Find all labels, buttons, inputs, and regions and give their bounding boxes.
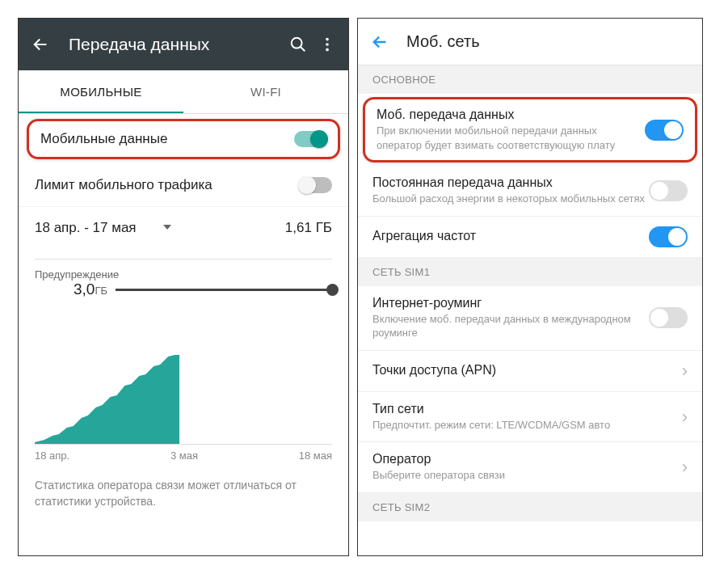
network-type-row[interactable]: Тип сети Предпочтит. режим сети: LTE/WCD… <box>358 392 702 443</box>
x-label-end: 18 мая <box>299 449 332 462</box>
roaming-toggle[interactable] <box>649 307 688 328</box>
warning-line[interactable]: Предупреждение 3,0ГБ <box>35 281 332 298</box>
chevron-right-icon: › <box>674 457 688 478</box>
chevron-right-icon: › <box>674 361 688 382</box>
aggregation-title: Агрегация частот <box>372 229 649 243</box>
roaming-row[interactable]: Интернет-роуминг Включение моб. передачи… <box>358 286 702 351</box>
page-title: Передача данных <box>69 35 287 54</box>
apn-row[interactable]: Точки доступа (APN) › <box>358 351 702 392</box>
search-icon[interactable] <box>287 33 309 56</box>
mobile-data-title: Моб. передача данных <box>377 108 645 122</box>
always-on-title: Постоянная передача данных <box>372 175 649 190</box>
operator-row[interactable]: Оператор Выберите оператора связи › <box>358 442 702 493</box>
apn-title: Точки доступа (APN) <box>372 363 674 378</box>
left-phone: Передача данных МОБИЛЬНЫЕ WI-FI Мобильны… <box>18 18 349 556</box>
mobile-data-toggle[interactable] <box>645 120 684 141</box>
always-on-subtitle: Большой расход энергии в некоторых мобил… <box>372 192 649 206</box>
network-type-subtitle: Предпочтит. режим сети: LTE/WCDMA/GSM ав… <box>372 418 674 433</box>
mobile-data-toggle[interactable] <box>294 131 326 147</box>
chart-x-labels: 18 апр. 3 мая 18 мая <box>35 445 332 462</box>
operator-title: Оператор <box>372 452 674 466</box>
chart-box: Предупреждение 3,0ГБ <box>35 259 332 445</box>
always-on-row[interactable]: Постоянная передача данных Большой расхо… <box>358 166 702 217</box>
mobile-data-subtitle: При включении мобильной передачи данных … <box>377 124 645 152</box>
tabs: МОБИЛЬНЫЕ WI-FI <box>19 70 348 114</box>
usage-value: 1,61 ГБ <box>285 220 332 236</box>
svg-point-3 <box>326 49 329 52</box>
page-title: Моб. сеть <box>406 32 480 51</box>
svg-point-2 <box>326 43 329 46</box>
network-type-title: Тип сети <box>372 402 674 416</box>
aggregation-row[interactable]: Агрегация частот <box>358 217 702 258</box>
warning-label: Предупреждение <box>35 268 119 281</box>
back-button[interactable] <box>28 32 54 57</box>
mobile-data-row[interactable]: Моб. передача данных При включении мобил… <box>363 97 697 162</box>
more-icon[interactable] <box>316 33 339 56</box>
traffic-limit-label: Лимит мобильного трафика <box>35 177 213 193</box>
mobile-data-label: Мобильные данные <box>40 131 167 147</box>
chart-area: Предупреждение 3,0ГБ 18 апр. 3 мая 18 ма… <box>19 249 348 466</box>
section-sim1: СЕТЬ SIM1 <box>358 258 702 286</box>
svg-point-0 <box>292 38 302 49</box>
aggregation-toggle[interactable] <box>649 226 688 247</box>
section-basic: ОСНОВНОЕ <box>358 65 702 94</box>
traffic-limit-row[interactable]: Лимит мобильного трафика <box>19 164 348 207</box>
header: Передача данных <box>19 19 348 70</box>
right-phone: Моб. сеть ОСНОВНОЕ Моб. передача данных … <box>357 18 703 556</box>
warning-handle-icon[interactable] <box>326 284 339 296</box>
roaming-title: Интернет-роуминг <box>372 296 649 310</box>
roaming-subtitle: Включение моб. передачи данных в междуна… <box>372 312 649 340</box>
chevron-right-icon: › <box>674 407 688 428</box>
date-range-label: 18 апр. - 17 мая <box>35 220 137 236</box>
footer-note: Статистика оператора связи может отличат… <box>19 466 348 521</box>
traffic-limit-toggle[interactable] <box>300 177 332 193</box>
section-sim2: СЕТЬ SIM2 <box>358 493 702 521</box>
x-label-start: 18 апр. <box>35 449 69 462</box>
tab-mobile[interactable]: МОБИЛЬНЫЕ <box>19 70 183 113</box>
dropdown-icon <box>162 220 172 236</box>
date-range-row[interactable]: 18 апр. - 17 мая 1,61 ГБ <box>19 207 348 249</box>
mobile-data-row[interactable]: Мобильные данные <box>27 119 340 159</box>
usage-chart <box>35 323 332 444</box>
back-button[interactable] <box>369 31 392 53</box>
tab-wifi[interactable]: WI-FI <box>183 70 348 113</box>
header: Моб. сеть <box>358 19 702 65</box>
warning-slider[interactable] <box>116 289 332 291</box>
x-label-mid: 3 мая <box>170 449 198 462</box>
warning-value: 3,0ГБ <box>74 281 107 298</box>
always-on-toggle[interactable] <box>649 180 688 201</box>
svg-point-1 <box>326 38 329 41</box>
operator-subtitle: Выберите оператора связи <box>372 468 674 483</box>
